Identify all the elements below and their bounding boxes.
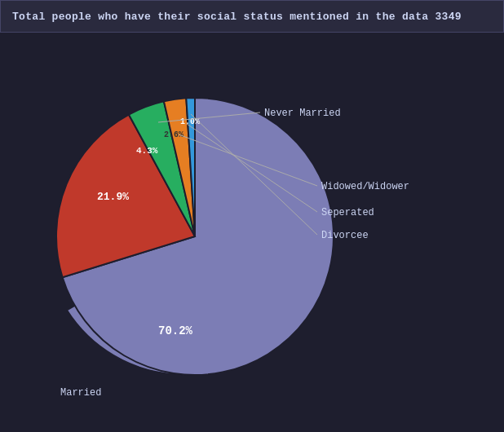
chart-container: 70.2% 21.9% 4.3% 2.6% 1.0% Never Married… [0, 33, 504, 424]
label-separated: Seperated [321, 207, 374, 218]
pie-chart [56, 98, 334, 375]
label-married-pct: 70.2% [158, 324, 193, 337]
header-title: Total people who have their social statu… [12, 11, 462, 23]
header: Total people who have their social statu… [0, 0, 504, 33]
label-married: Married [60, 387, 101, 399]
label-never-married: Never Married [264, 108, 341, 119]
label-widowed-pct: 4.3% [136, 146, 158, 156]
label-divorcee: Divorcee [321, 230, 369, 241]
label-never-married-pct: 21.9% [97, 191, 129, 203]
label-widowed: Widowed/Widower [321, 181, 409, 192]
